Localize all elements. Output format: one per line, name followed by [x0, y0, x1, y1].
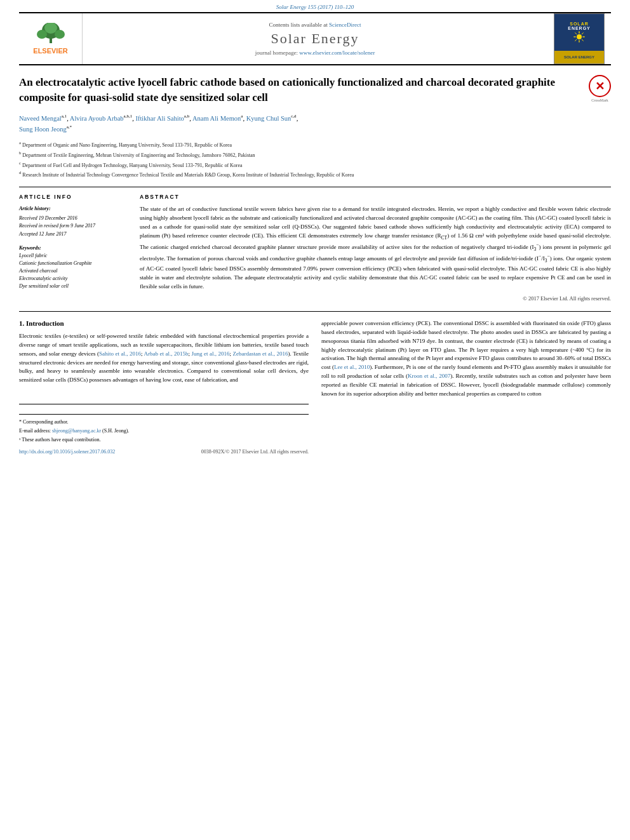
footer-notes: * Corresponding author. E-mail address: …: [19, 404, 309, 455]
keyword-1: Lyocell fabric: [19, 252, 127, 260]
crossmark-badge: ✕ CrossMark: [589, 75, 611, 102]
svg-point-3: [37, 30, 47, 39]
author-6[interactable]: Sung Hoon Jeong: [19, 125, 67, 132]
main-content: An electrocatalytic active lyocell fabri…: [0, 65, 630, 464]
abstract-column: ABSTRACT The state of the art of conduct…: [140, 194, 611, 302]
intro-paragraph-2: appreciable power conversion efficiency …: [321, 319, 611, 399]
journal-badge-area: SOLAR ENERGY: [547, 13, 611, 64]
ref-kroon-2007[interactable]: Kroon et al., 2007: [408, 373, 450, 379]
sun-icon: [570, 30, 589, 43]
email-link[interactable]: shjeong@hanyang.ac.kr: [52, 428, 101, 434]
elsevier-tree-icon: [32, 23, 70, 45]
crossmark-x-icon: ✕: [595, 79, 605, 93]
issn-text: 0038-092X/© 2017 Elsevier Ltd. All right…: [201, 449, 309, 455]
author-4[interactable]: Anam Ali Memon: [192, 114, 241, 121]
badge-energy: ENERGY: [568, 26, 591, 30]
keywords-section: Keywords: Lyocell fabric Cationic functi…: [19, 245, 127, 290]
badge-subtitle: SOLAR ENERGY: [564, 55, 594, 59]
footer-divider: [19, 404, 309, 404]
affiliations: a Department of Organic and Nano Enginee…: [19, 140, 611, 179]
keyword-4: Electrocatalytic activity: [19, 275, 127, 283]
author-2[interactable]: Alvira Ayoub Arbab: [70, 114, 124, 121]
solar-energy-badge: SOLAR ENERGY: [554, 13, 605, 64]
journal-header: ELSEVIER Contents lists available at Sci…: [19, 12, 611, 65]
keyword-3: Activated charcoal: [19, 267, 127, 275]
keyword-2: Cationic functionalization Graphite: [19, 260, 127, 267]
elsevier-label: ELSEVIER: [33, 47, 67, 55]
article-title-area: An electrocatalytic active lyocell fabri…: [19, 75, 611, 105]
affiliation-d: d Research Institute of Industrial Techn…: [19, 170, 611, 179]
body-right-col: appreciable power conversion efficiency …: [321, 319, 611, 455]
crossmark-label: CrossMark: [591, 98, 608, 102]
copyright-text: © 2017 Elsevier Ltd. All rights reserved…: [140, 295, 611, 302]
ref-lee-2010[interactable]: Lee et al., 2010: [334, 364, 370, 370]
intro-paragraph-1: Electronic textiles (e-textiles) or self…: [19, 332, 309, 385]
body-two-col: 1. Introduction Electronic textiles (e-t…: [19, 319, 611, 455]
ref-sahito-2016[interactable]: Sahito et al., 2016: [99, 350, 141, 357]
sciencedirect-link[interactable]: ScienceDirect: [329, 22, 361, 28]
affiliation-a: a Department of Organic and Nano Enginee…: [19, 140, 611, 149]
journal-title: Solar Energy: [271, 30, 359, 47]
contents-available: Contents lists available at ScienceDirec…: [269, 22, 361, 28]
body-left-col: 1. Introduction Electronic textiles (e-t…: [19, 319, 309, 455]
svg-line-11: [575, 32, 577, 34]
ref-arbab-2015b[interactable]: Arbab et al., 2015b: [144, 350, 189, 357]
author-5[interactable]: Kyung Chul Sun: [246, 114, 292, 121]
equal-contribution-note: ¹ These authors have equal contribution.: [19, 436, 309, 444]
publisher-logo-area: ELSEVIER: [19, 13, 83, 64]
email-note: E-mail address: shjeong@hanyang.ac.kr (S…: [19, 427, 309, 435]
footer-content: * Corresponding author. E-mail address: …: [19, 414, 309, 444]
svg-line-12: [582, 39, 584, 41]
intro-section-title: 1. Introduction: [19, 319, 309, 327]
received-revised-date: Received in revised form 9 June 2017: [19, 222, 127, 230]
article-title: An electrocatalytic active lyocell fabri…: [19, 75, 566, 105]
article-history: Article history: Received 19 December 20…: [19, 205, 127, 239]
abstract-text: The state of the art of conductive funct…: [140, 205, 611, 291]
crossmark-circle: ✕: [589, 75, 611, 97]
ref-jung-2016[interactable]: Jung et al., 2016: [192, 350, 230, 357]
doi-link[interactable]: http://dx.doi.org/10.1016/j.solener.2017…: [19, 449, 115, 455]
article-info-heading: ARTICLE INFO: [19, 194, 127, 200]
svg-point-6: [577, 34, 582, 39]
page: Solar Energy 155 (2017) 110–120 ELSEVIER…: [0, 0, 630, 840]
affiliation-b: b Department of Textile Engineering, Meh…: [19, 150, 611, 159]
journal-ref: Solar Energy 155 (2017) 110–120: [276, 4, 354, 10]
authors-line: Naveed Mengala,1, Alvira Ayoub Arbaba,b,…: [19, 113, 611, 135]
keyword-5: Dye sensitized solar cell: [19, 283, 127, 290]
journal-citation: Solar Energy 155 (2017) 110–120: [0, 0, 630, 12]
journal-homepage: journal homepage: www.elsevier.com/locat…: [255, 50, 375, 56]
corresponding-author-note: * Corresponding author.: [19, 418, 309, 426]
abstract-heading: ABSTRACT: [140, 194, 611, 200]
author-3[interactable]: Iftikhar Ali Sahito: [135, 114, 184, 121]
badge-solar: SOLAR: [570, 22, 589, 26]
keywords-label: Keywords:: [19, 245, 127, 251]
received-date: Received 19 December 2016: [19, 215, 127, 223]
ref-zebardastan-2016[interactable]: Zebardastan et al., 2016: [233, 350, 288, 357]
article-info-abstract-section: ARTICLE INFO Article history: Received 1…: [19, 187, 611, 302]
svg-line-13: [582, 32, 584, 34]
svg-point-4: [55, 30, 65, 39]
affiliation-c: c Department of Fuel Cell and Hydrogen T…: [19, 160, 611, 170]
body-content: 1. Introduction Electronic textiles (e-t…: [19, 311, 611, 455]
accepted-date: Accepted 12 June 2017: [19, 230, 127, 239]
svg-line-14: [575, 39, 577, 41]
article-info-column: ARTICLE INFO Article history: Received 1…: [19, 194, 127, 302]
homepage-url[interactable]: www.elsevier.com/locate/solener: [299, 50, 375, 56]
author-1[interactable]: Naveed Mengal: [19, 114, 62, 121]
journal-info-center: Contents lists available at ScienceDirec…: [83, 13, 547, 64]
footer-links: http://dx.doi.org/10.1016/j.solener.2017…: [19, 449, 309, 455]
history-label: Article history:: [19, 205, 127, 213]
